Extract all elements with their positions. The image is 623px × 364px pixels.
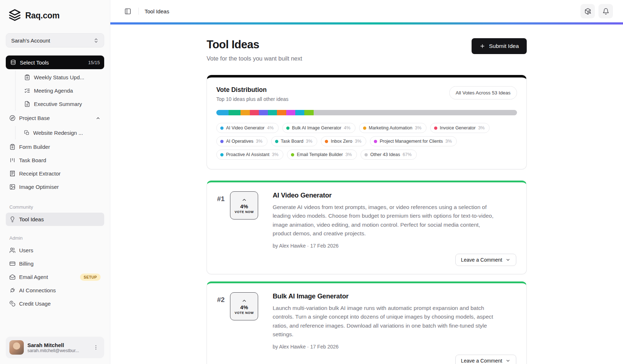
sidebar-item-users[interactable]: Users: [6, 244, 104, 257]
sidebar-item-credit-usage[interactable]: Credit Usage: [6, 297, 104, 310]
layers-logo-icon: [8, 9, 22, 22]
bar-segment: [286, 110, 295, 115]
clipboard-icon: [24, 74, 30, 80]
sidebar-item-label: Task Board: [19, 157, 46, 163]
receipt-icon: [9, 170, 16, 177]
project-base-children: Website Redesign ...: [15, 126, 104, 139]
avatar: [9, 340, 24, 355]
setup-badge: SETUP: [80, 274, 101, 281]
package-search-button[interactable]: [580, 4, 595, 18]
idea-card: #2 4% VOTE NOW Bulk AI Image Generator L…: [207, 281, 527, 364]
legend-percentage: 4%: [344, 125, 350, 130]
sidebar-item-label: Project Base: [19, 115, 50, 121]
select-tools-count: 15/15: [88, 60, 100, 65]
vote-distribution-title: Vote Distribution: [216, 86, 288, 94]
notifications-button[interactable]: [598, 4, 613, 18]
compass-icon: [9, 115, 16, 121]
vote-button[interactable]: 4% VOTE NOW: [230, 292, 258, 320]
legend-dot: [291, 153, 294, 156]
bar-segment: [216, 110, 229, 115]
user-email: sarah.mitchell@westbur...: [27, 348, 88, 353]
legend-pill: AI Video Generator4%: [216, 123, 279, 133]
legend-percentage: 3%: [478, 125, 485, 130]
sidebar-item-project-base[interactable]: Project Base: [6, 111, 104, 125]
account-switcher[interactable]: Sarah's Account: [6, 33, 104, 48]
page-header: Tool Ideas Vote for the tools you want b…: [207, 38, 527, 62]
legend-pill: Project Management for Clients3%: [370, 136, 457, 146]
sidebar-item-label: Receipt Extractor: [19, 170, 61, 177]
file-text-icon: [24, 101, 30, 107]
user-name: Sarah Mitchell: [27, 342, 88, 348]
bar-segment: [259, 110, 268, 115]
chevron-down-icon: [505, 257, 511, 262]
copy-icon: [24, 130, 30, 136]
idea-meta: by Alex Hawke · 17 Feb 2026: [273, 243, 516, 249]
sidebar-item-label: Tool Ideas: [19, 216, 44, 222]
image-icon: [9, 184, 16, 190]
vote-distribution-subtitle: Top 10 ideas plus all other ideas: [216, 96, 288, 102]
account-label: Sarah's Account: [11, 37, 50, 44]
user-meta: Sarah Mitchell sarah.mitchell@westbur...: [27, 342, 88, 353]
sidebar-item-task-board[interactable]: Task Board: [6, 154, 104, 167]
sidebar-item-image-optimiser[interactable]: Image Optimiser: [6, 180, 104, 194]
legend-percentage: 3%: [306, 139, 312, 144]
leave-comment-button[interactable]: Leave a Comment: [455, 355, 516, 364]
vote-button[interactable]: 4% VOTE NOW: [230, 191, 258, 219]
sidebar-item-website-redesign[interactable]: Website Redesign ...: [21, 126, 104, 139]
sidebar-item-label: Executive Summary: [34, 101, 82, 107]
legend-dot: [286, 126, 290, 130]
sidebar-item-label: Form Builder: [19, 144, 50, 150]
submit-idea-button[interactable]: Submit Idea: [472, 38, 527, 54]
chevrons-up-down-icon: [93, 38, 99, 43]
sidebar-item-meeting-agenda[interactable]: Meeting Agenda: [21, 84, 104, 97]
credit-card-icon: [9, 261, 16, 267]
legend-pill: Email Template Builder3%: [287, 150, 357, 160]
sidebar-toggle-button[interactable]: [121, 5, 134, 18]
sidebar-item-weekly-status-update[interactable]: Weekly Status Upd...: [21, 71, 104, 84]
legend-dot: [374, 140, 377, 143]
sidebar-item-email-agent[interactable]: Email Agent SETUP: [6, 270, 104, 284]
legend-pill: Task Board3%: [271, 136, 318, 146]
chevron-up-icon[interactable]: [96, 116, 101, 121]
legend-pill: Marketing Automation3%: [359, 123, 427, 133]
sidebar-item-label: Credit Usage: [19, 301, 51, 307]
sidebar-item-executive-summary[interactable]: Executive Summary: [21, 97, 104, 111]
plug-icon: [9, 287, 16, 293]
legend-percentage: 67%: [403, 152, 412, 157]
chevron-up-icon: [242, 298, 247, 303]
app-root: Raq.com Sarah's Account Select Tools 15/…: [0, 0, 623, 364]
submit-idea-label: Submit Idea: [489, 43, 519, 49]
sidebar-item-billing[interactable]: Billing: [6, 257, 104, 270]
sidebar-item-label: Users: [19, 247, 33, 253]
vote-distribution-card: Vote Distribution Top 10 ideas plus all …: [207, 75, 527, 169]
vote-percentage: 4%: [240, 304, 248, 310]
bar-segment: [314, 110, 517, 115]
brand-name: Raq.com: [25, 11, 59, 21]
kanban-icon: [9, 157, 16, 163]
idea-card: #1 4% VOTE NOW AI Video Generator Genera…: [207, 181, 527, 274]
legend-label: Marketing Automation: [369, 125, 412, 130]
coins-icon: [9, 301, 16, 307]
sidebar-item-label: Meeting Agenda: [34, 88, 73, 94]
select-tools-label: Select Tools: [20, 59, 49, 66]
topbar: Tool Ideas: [110, 0, 623, 22]
leave-comment-button[interactable]: Leave a Comment: [455, 254, 516, 266]
legend-dot: [275, 140, 278, 143]
user-menu-button[interactable]: [91, 343, 101, 352]
sidebar-item-ai-connections[interactable]: AI Connections: [6, 284, 104, 297]
vote-now-label: VOTE NOW: [235, 311, 254, 315]
legend-label: Task Board: [281, 139, 304, 144]
legend-percentage: 4%: [267, 125, 274, 130]
all-votes-badge: All Votes Across 53 Ideas: [449, 86, 517, 99]
legend-dot: [220, 153, 224, 156]
brand-logo: Raq.com: [6, 8, 104, 23]
chevron-up-icon: [242, 197, 247, 203]
user-profile-card[interactable]: Sarah Mitchell sarah.mitchell@westbur...: [6, 337, 104, 358]
legend-dot: [434, 126, 437, 130]
page-subtitle: Vote for the tools you want built next: [207, 55, 302, 62]
vote-percentage: 4%: [240, 203, 248, 209]
sidebar-item-select-tools[interactable]: Select Tools 15/15: [6, 56, 104, 69]
sidebar-item-receipt-extractor[interactable]: Receipt Extractor: [6, 167, 104, 180]
sidebar-item-form-builder[interactable]: Form Builder: [6, 140, 104, 154]
sidebar-item-tool-ideas[interactable]: Tool Ideas: [6, 213, 104, 226]
